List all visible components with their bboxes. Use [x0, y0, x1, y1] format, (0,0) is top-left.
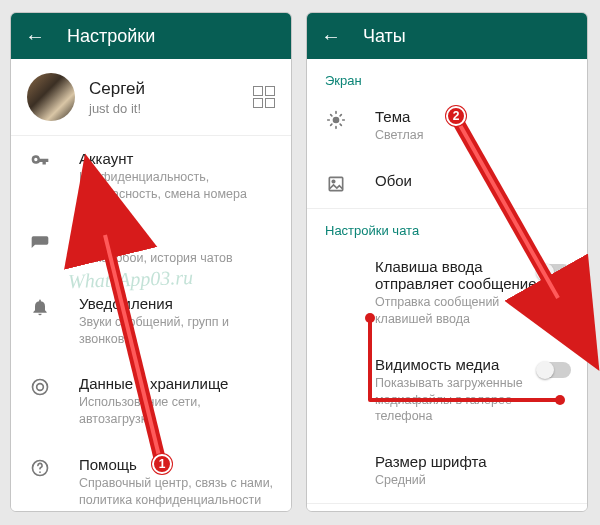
settings-item-notifications[interactable]: Уведомления Звуки сообщений, групп и зво… — [11, 281, 291, 362]
bell-icon — [29, 297, 51, 317]
svg-point-3 — [39, 471, 41, 473]
item-title: Обои — [375, 172, 571, 189]
item-sub: Показывать загруженные медиафайлы в гале… — [375, 375, 537, 426]
app-header: ← Чаты — [307, 13, 587, 59]
back-arrow-icon[interactable]: ← — [25, 25, 45, 48]
settings-item-chats[interactable]: Чаты Тема, обои, история чатов — [11, 217, 291, 281]
theme-icon — [325, 110, 347, 130]
chat-icon — [29, 233, 51, 253]
chats-body: Экран Тема Светлая Обои Настройки чата К… — [307, 59, 587, 511]
data-icon — [29, 377, 51, 397]
item-sub: Звуки сообщений, групп и звонков — [79, 314, 275, 348]
item-sub: Справочный центр, связь с нами, политика… — [79, 475, 275, 509]
svg-rect-7 — [329, 177, 342, 190]
item-sub: Использование сети, автозагрузка — [79, 394, 275, 428]
chats-item-enter-send[interactable]: Клавиша ввода отправляет сообщение Отпра… — [307, 244, 587, 342]
item-sub: Светлая — [375, 127, 571, 144]
item-title: Размер шрифта — [375, 453, 571, 470]
section-chat: Настройки чата — [307, 209, 587, 244]
qr-icon[interactable] — [253, 86, 275, 108]
item-sub: Отправка сообщений клавишей ввода — [375, 294, 537, 328]
chats-item-font-size[interactable]: Размер шрифта Средний — [307, 439, 587, 503]
chats-item-theme[interactable]: Тема Светлая — [307, 94, 587, 158]
section-display: Экран — [307, 59, 587, 94]
item-title: Клавиша ввода отправляет сообщение — [375, 258, 537, 292]
key-icon — [29, 152, 51, 172]
chats-item-backup[interactable]: Резервная копия чатов — [307, 504, 587, 511]
item-title: Помощь — [79, 456, 275, 473]
item-sub: Тема, обои, история чатов — [79, 250, 275, 267]
item-title: Видимость медиа — [375, 356, 537, 373]
item-title: Тема — [375, 108, 571, 125]
settings-item-help[interactable]: Помощь Справочный центр, связь с нами, п… — [11, 442, 291, 511]
settings-screen: ← Настройки Сергей just do it! Аккаунт К… — [10, 12, 292, 512]
chats-item-wallpaper[interactable]: Обои — [307, 158, 587, 208]
annotation-badge-2: 2 — [446, 106, 466, 126]
profile-row[interactable]: Сергей just do it! — [11, 59, 291, 135]
svg-point-8 — [332, 180, 335, 183]
item-title: Данные и хранилище — [79, 375, 275, 392]
wallpaper-icon — [325, 174, 347, 194]
svg-point-6 — [333, 117, 340, 124]
settings-body: Сергей just do it! Аккаунт Конфиденциаль… — [11, 59, 291, 511]
chats-settings-screen: ← Чаты Экран Тема Светлая Обои Настройки… — [306, 12, 588, 512]
profile-status: just do it! — [89, 101, 253, 116]
svg-point-0 — [33, 380, 48, 395]
back-arrow-icon[interactable]: ← — [321, 25, 341, 48]
svg-point-1 — [37, 384, 44, 391]
app-header: ← Настройки — [11, 13, 291, 59]
profile-name: Сергей — [89, 79, 253, 99]
settings-item-data[interactable]: Данные и хранилище Использование сети, а… — [11, 361, 291, 442]
item-sub: Конфиденциальность, безопасность, смена … — [79, 169, 275, 203]
header-title: Чаты — [363, 26, 406, 47]
settings-item-account[interactable]: Аккаунт Конфиденциальность, безопасность… — [11, 136, 291, 217]
avatar — [27, 73, 75, 121]
item-sub: Средний — [375, 472, 571, 489]
toggle-enter-send[interactable] — [537, 264, 571, 280]
annotation-badge-1: 1 — [152, 454, 172, 474]
item-title: Аккаунт — [79, 150, 275, 167]
toggle-media-visibility[interactable] — [537, 362, 571, 378]
item-title: Уведомления — [79, 295, 275, 312]
item-title: Чаты — [79, 231, 275, 248]
help-icon — [29, 458, 51, 478]
header-title: Настройки — [67, 26, 155, 47]
chats-item-media-visibility[interactable]: Видимость медиа Показывать загруженные м… — [307, 342, 587, 440]
